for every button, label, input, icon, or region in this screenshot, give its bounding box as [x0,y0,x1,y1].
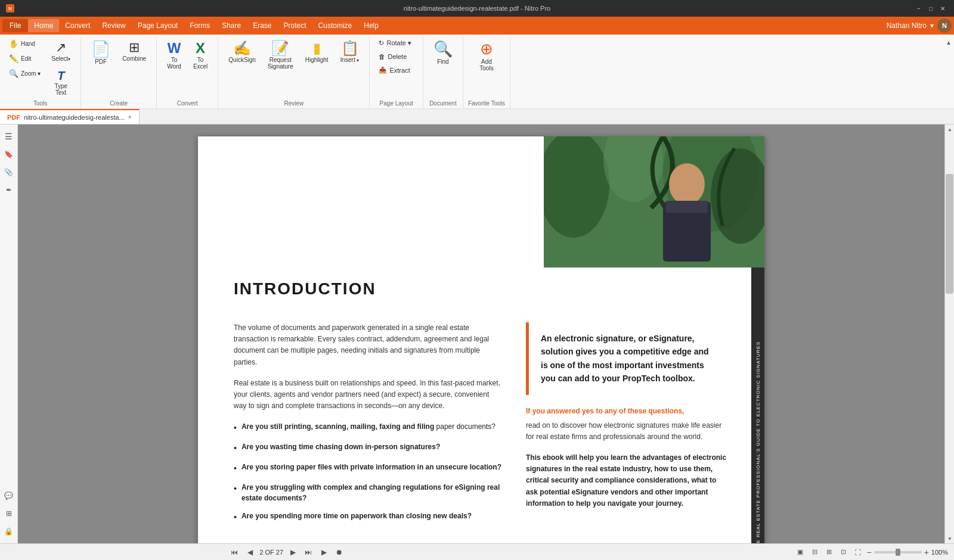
menu-page-layout[interactable]: Page Layout [132,19,184,32]
type-text-button[interactable]: T TypeText [46,66,76,99]
edit-label: Edit [21,55,31,62]
combine-button[interactable]: ⊞ Combine [117,37,151,65]
right-scrollbar[interactable]: ▲ ▼ [944,125,954,543]
tabbar: PDF nitro-ultimateguidedesig-realesta...… [0,109,954,125]
document-tab[interactable]: PDF nitro-ultimateguidedesig-realesta...… [0,109,140,124]
menu-share[interactable]: Share [216,19,247,32]
tab-close-button[interactable]: × [128,114,132,120]
menu-convert[interactable]: Convert [59,19,96,32]
view-fit-width[interactable]: ⊡ [838,547,848,558]
sidebar-btn-signatures[interactable]: ✒ [2,183,16,197]
view-continuous[interactable]: ⊞ [823,547,834,558]
tools-buttons: ✋ Hand ✏️ Edit 🔍 Zoom ▾ ↗ Select▾ [5,37,76,99]
ribbon: ✋ Hand ✏️ Edit 🔍 Zoom ▾ ↗ Select▾ [0,35,954,109]
sidebar-btn-attachments[interactable]: 📎 [2,165,16,179]
menu-customize[interactable]: Customize [312,19,358,32]
highlight-button[interactable]: ▮ Highlight [300,37,334,66]
quicksign-button[interactable]: ✍ QuickSign [223,37,261,66]
ribbon-group-create: 📄 PDF ⊞ Combine Create [81,37,157,108]
select-button[interactable]: ↗ Select▾ [46,37,76,65]
zoom-controls: − + 100% [866,547,948,557]
menu-erase[interactable]: Erase [247,19,277,32]
extract-button[interactable]: 📤 Extract [374,64,415,76]
to-word-button[interactable]: W ToWord [162,37,187,73]
sidebar-btn-security[interactable]: 🔒 [2,524,16,539]
menu-file[interactable]: File [2,19,28,32]
next-page-button[interactable]: ▶ [287,546,299,558]
zoom-in-button[interactable]: + [924,547,929,557]
sidebar-btn-bookmarks[interactable]: 🔖 [2,147,16,161]
sidebar-btn-comments[interactable]: 💬 [2,489,16,503]
first-page-button[interactable]: ⏮ [228,546,240,558]
zoom-level: 100% [931,549,948,556]
status-right: ▣ ⊟ ⊞ ⊡ ⛶ − + 100% [795,547,948,558]
minimize-button[interactable]: − [913,3,924,14]
scroll-thumb[interactable] [946,174,953,294]
maximize-button[interactable]: □ [925,3,936,14]
signatures-icon: ✒ [6,186,12,194]
extract-icon: 📤 [379,66,387,74]
request-signature-button[interactable]: 📝 RequestSignature [262,37,299,73]
user-area[interactable]: Nathan Nitro ▾ N [887,18,952,33]
total-pages: 27 [276,549,283,556]
last-page-button[interactable]: ⏭ [302,546,314,558]
stop-button[interactable]: ⏺ [333,546,345,558]
hand-label: Hand [21,41,35,47]
menubar: File Home Convert Review Page Layout For… [0,17,954,35]
bookmarks-icon: 🔖 [4,150,13,158]
bullet-item-4: Are you struggling with complex and chan… [234,482,502,503]
scroll-up-arrow[interactable]: ▲ [945,125,954,134]
orange-follow-text: read on to discover how electronic signa… [526,420,729,443]
hand-button[interactable]: ✋ Hand [5,37,45,51]
view-single-page[interactable]: ▣ [795,547,806,558]
menu-forms[interactable]: Forms [184,19,216,32]
quote-text: An electronic signature, or eSignature, … [541,332,717,385]
pdf-button[interactable]: 📄 PDF [86,37,116,68]
menu-help[interactable]: Help [358,19,385,32]
add-tools-button[interactable]: ⊕ AddTools [474,37,498,74]
find-button[interactable]: 🔍 Find [428,37,458,68]
insert-button[interactable]: 📋 Insert ▾ [335,37,365,66]
bullet-item-1: Are you still printing, scanning, mailin… [234,421,502,434]
view-two-page[interactable]: ⊟ [809,547,820,558]
prev-page-button[interactable]: ◀ [244,546,256,558]
to-excel-button[interactable]: X ToExcel [188,37,213,73]
to-word-icon: W [168,40,181,57]
ribbon-group-review: ✍ QuickSign 📝 RequestSignature ▮ Highlig… [218,37,370,108]
scroll-down-arrow[interactable]: ▼ [945,534,954,543]
menu-review[interactable]: Review [96,19,131,32]
zoom-slider-track[interactable] [874,551,922,553]
to-excel-label: ToExcel [193,57,207,70]
view-fullscreen[interactable]: ⛶ [852,547,863,558]
menu-protect[interactable]: Protect [278,19,312,32]
close-button[interactable]: ✕ [937,3,948,14]
combine-label: Combine [122,55,146,62]
convert-group-label: Convert [177,99,198,108]
request-sig-label: RequestSignature [268,57,293,70]
orange-heading: If you answered yes to any of these ques… [526,407,729,415]
delete-button[interactable]: 🗑 Delete [374,51,415,63]
add-tools-icon: ⊕ [480,40,493,58]
menu-home[interactable]: Home [28,19,59,32]
select-label: Select▾ [51,55,70,62]
sidebar-btn-layers[interactable]: ⊞ [2,506,16,521]
ribbon-collapse[interactable]: ▲ [943,37,954,108]
tab-filename: nitro-ultimateguidedesig-realesta... [24,114,125,121]
rotate-button[interactable]: ↻ Rotate ▾ [374,37,415,49]
bold-paragraph: This ebook will help you learn the advan… [526,452,729,509]
edit-button[interactable]: ✏️ Edit [5,52,45,66]
zoom-out-button[interactable]: − [866,547,871,557]
zoom-button[interactable]: 🔍 Zoom ▾ [5,67,45,80]
find-icon: 🔍 [433,40,453,58]
bullet-item-2: Are you wasting time chasing down in-per… [234,441,502,455]
document-area[interactable]: THE REAL ESTATE PROFESSIONAL'S GUIDE TO … [18,125,944,543]
zoom-slider-thumb[interactable] [896,549,900,556]
scroll-track[interactable] [945,134,954,534]
to-excel-icon: X [196,40,205,57]
play-button[interactable]: ▶ [318,546,330,558]
sidebar-btn-pages[interactable]: ☰ [2,129,16,144]
pages-icon: ☰ [5,132,13,141]
document-page: THE REAL ESTATE PROFESSIONAL'S GUIDE TO … [198,136,764,543]
app-icon: N [6,4,14,13]
quote-box: An electronic signature, or eSignature, … [526,322,729,395]
